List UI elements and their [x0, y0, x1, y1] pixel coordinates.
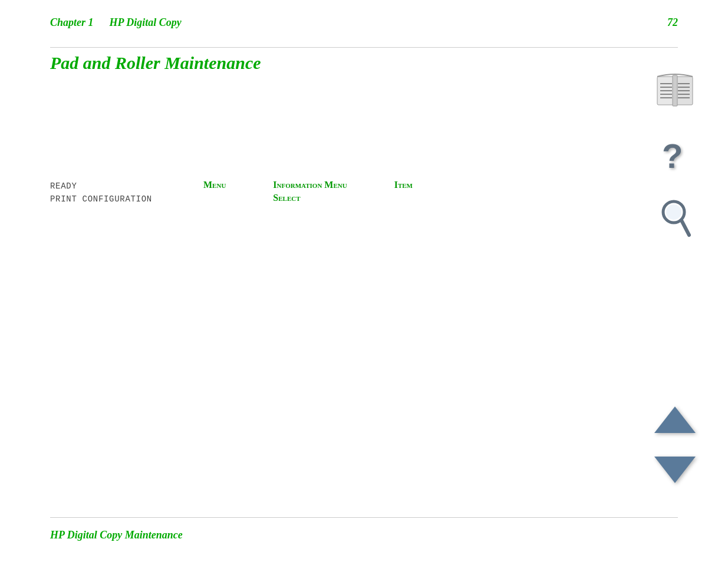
lcd-line2: PRINT CONFIGURATION [50, 193, 168, 206]
chapter-title: HP Digital Copy [110, 16, 182, 28]
svg-point-15 [666, 204, 681, 220]
lcd-display: READY PRINT CONFIGURATION [50, 180, 168, 206]
page-header: Chapter 1 HP Digital Copy 72 [50, 16, 678, 29]
navigation-arrows [654, 406, 696, 483]
lcd-line1: READY [50, 180, 168, 193]
chapter-label: Chapter 1 [50, 16, 94, 28]
up-arrow[interactable] [654, 406, 696, 433]
content-area: READY PRINT CONFIGURATION Menu Informati… [50, 180, 634, 206]
book-icon[interactable] [654, 71, 696, 114]
select-label: Select [273, 193, 347, 203]
svg-line-16 [681, 220, 689, 235]
bottom-divider [50, 517, 678, 518]
chapter-info: Chapter 1 HP Digital Copy [50, 16, 182, 29]
footer-text: HP Digital Copy Maintenance [50, 529, 183, 541]
svg-rect-2 [673, 75, 677, 106]
item-label: Item [394, 180, 413, 190]
page-title: Pad and Roller Maintenance [50, 53, 261, 73]
search-icon[interactable] [657, 197, 693, 243]
information-menu-label: Information Menu [273, 180, 347, 190]
page-number: 72 [667, 16, 678, 29]
info-menu-nav: Information Menu Select [273, 180, 347, 203]
svg-text:?: ? [662, 137, 683, 175]
down-arrow[interactable] [654, 457, 696, 483]
menu-nav: Menu [203, 180, 226, 190]
sidebar-icons: ? [654, 71, 696, 243]
item-nav: Item [394, 180, 413, 190]
help-icon[interactable]: ? [657, 132, 693, 179]
menu-label: Menu [203, 180, 226, 190]
top-divider [50, 47, 678, 48]
